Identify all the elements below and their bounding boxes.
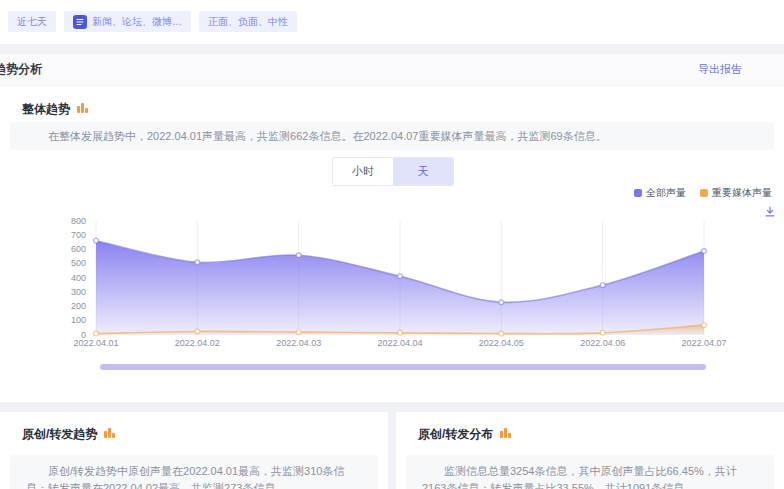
granularity-toggle: 小时 天: [332, 157, 454, 186]
x-tick-label: 2022.04.04: [365, 338, 435, 348]
y-tick-label: 600: [54, 244, 86, 254]
overall-trend-head: 整体趋势: [22, 100, 89, 118]
repost-distribution-head: 原创/转发分布: [396, 425, 784, 443]
x-tick-label: 2022.04.01: [61, 338, 131, 348]
filter-chip-time[interactable]: 近七天: [8, 11, 56, 32]
source-icon: [73, 15, 87, 29]
chart-legend: 全部声量 重要媒体声量: [634, 186, 772, 200]
filter-chip-source-label: 新闻、论坛、微博…: [92, 15, 182, 29]
ranking-icon: [76, 100, 89, 118]
toggle-day[interactable]: 天: [393, 158, 453, 185]
legend-swatch-media: [700, 189, 708, 197]
page-title: 趋势分析: [0, 61, 42, 78]
bottom-cards-row: 原创/转发趋势 原创/转发趋势中原创声量在2022.04.01最高，共监测310…: [0, 412, 784, 489]
divider-gap: [0, 44, 784, 54]
ranking-icon: [499, 425, 512, 443]
legend-label-media: 重要媒体声量: [712, 186, 772, 200]
y-tick-label: 100: [54, 315, 86, 325]
x-tick-label: 2022.04.06: [568, 338, 638, 348]
y-tick-label: 300: [54, 287, 86, 297]
legend-label-total: 全部声量: [646, 186, 686, 200]
trend-chart-svg: [90, 218, 710, 340]
y-tick-label: 800: [54, 216, 86, 226]
repost-trend-title: 原创/转发趋势: [22, 426, 97, 443]
repost-trend-head: 原创/转发趋势: [0, 425, 388, 443]
trend-chart: 80070060050040030020010002022.04.012022.…: [0, 205, 784, 385]
filter-chip-sentiment[interactable]: 正面、负面、中性: [199, 11, 297, 32]
repost-distribution-card: 原创/转发分布 监测信息总量3254条信息，其中原创声量占比66.45%，共计2…: [396, 412, 784, 489]
x-tick-label: 2022.04.07: [669, 338, 739, 348]
legend-swatch-total: [634, 189, 642, 197]
page: 近七天 新闻、论坛、微博… 正面、负面、中性 趋势分析 导出报告 整体趋势: [0, 0, 784, 489]
filter-chip-time-label: 近七天: [17, 15, 47, 29]
section-header: 趋势分析 导出报告: [0, 54, 784, 86]
y-tick-label: 500: [54, 258, 86, 268]
toggle-hour[interactable]: 小时: [333, 158, 393, 185]
filter-toolbar: 近七天 新闻、论坛、微博… 正面、负面、中性: [0, 0, 784, 44]
legend-item-media[interactable]: 重要媒体声量: [700, 186, 772, 200]
overall-trend-title: 整体趋势: [22, 101, 70, 118]
ranking-icon: [103, 425, 116, 443]
y-tick-label: 700: [54, 230, 86, 240]
repost-distribution-summary: 监测信息总量3254条信息，其中原创声量占比66.45%，共计2163条信息；转…: [406, 455, 774, 489]
chart-datazoom-scrollbar[interactable]: [100, 364, 706, 370]
export-report-link[interactable]: 导出报告: [698, 62, 742, 77]
y-tick-label: 200: [54, 301, 86, 311]
legend-item-total[interactable]: 全部声量: [634, 186, 686, 200]
repost-distribution-title: 原创/转发分布: [418, 426, 493, 443]
repost-trend-summary: 原创/转发趋势中原创声量在2022.04.01最高，共监测310条信息；转发声量…: [10, 455, 378, 489]
filter-chip-source[interactable]: 新闻、论坛、微博…: [64, 11, 191, 32]
filter-chip-sentiment-label: 正面、负面、中性: [208, 15, 288, 29]
x-tick-label: 2022.04.05: [466, 338, 536, 348]
overall-trend-card: 整体趋势 在整体发展趋势中，2022.04.01声量最高，共监测662条信息。在…: [0, 86, 784, 402]
repost-trend-card: 原创/转发趋势 原创/转发趋势中原创声量在2022.04.01最高，共监测310…: [0, 412, 388, 489]
x-tick-label: 2022.04.02: [162, 338, 232, 348]
divider-gap-2: [0, 402, 784, 412]
overall-trend-summary: 在整体发展趋势中，2022.04.01声量最高，共监测662条信息。在2022.…: [10, 122, 774, 150]
x-tick-label: 2022.04.03: [264, 338, 334, 348]
y-tick-label: 400: [54, 273, 86, 283]
